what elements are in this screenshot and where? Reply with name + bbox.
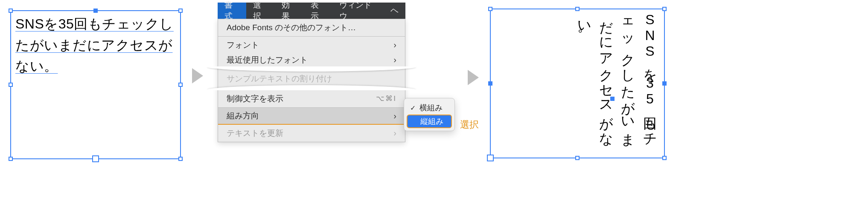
tear-edge-icon <box>207 85 416 90</box>
menu-item-label: 最近使用したフォント <box>227 54 308 66</box>
chevron-right-icon: › <box>393 128 396 138</box>
type-menu-panel: 書式 選択 効果 表示 ウィンドウ ヘ Adobe Fonts のその他のフォン… <box>218 3 405 142</box>
menu-item-label: 組み方向 <box>227 110 259 121</box>
menu-item-recent-font[interactable]: 最近使用したフォント › <box>218 54 405 66</box>
menu-item-font[interactable]: フォント › <box>218 37 405 54</box>
menu-item-adobe-fonts[interactable]: Adobe Fonts のその他のフォント… <box>218 19 405 36</box>
selection-handle[interactable] <box>575 7 580 11</box>
submenu-item-label: 縦組み <box>420 116 443 126</box>
selection-handle[interactable] <box>9 83 13 87</box>
text-content-vertical[interactable]: SNSを35回もチェックしたがいまだにアクセスがない。 <box>491 9 664 158</box>
selection-handle[interactable] <box>662 81 667 86</box>
selection-handle[interactable] <box>178 9 183 13</box>
type-menu-dropdown: Adobe Fonts のその他のフォント… フォント › 最近使用したフォント… <box>218 19 405 142</box>
text-caret <box>610 97 615 101</box>
submenu-item-label: 横組み <box>419 103 443 113</box>
text-frame-horizontal[interactable]: SNSを35回もチェックしたがいまだにアクセスがない。 <box>10 10 181 159</box>
menubar-item-window[interactable]: ウィンドウ <box>332 3 384 19</box>
text-content-horizontal[interactable]: SNSを35回もチェックしたがいまだにアクセスがない。 <box>11 11 180 80</box>
menu-shortcut: ⌥⌘I <box>376 94 396 103</box>
menu-item-update-text: テキストを更新 › <box>218 125 405 142</box>
menu-item-label: 制御文字を表示 <box>227 93 283 104</box>
selection-handle[interactable] <box>575 156 580 160</box>
selection-handle[interactable] <box>662 156 667 160</box>
menubar: 書式 選択 効果 表示 ウィンドウ ヘ <box>218 3 405 19</box>
text-outport[interactable] <box>92 155 99 162</box>
menu-hidden-text: サンプルテキストの割り付け <box>227 73 332 84</box>
checkmark-icon: ✓ <box>410 104 417 112</box>
text-outport[interactable] <box>487 155 494 161</box>
selection-handle[interactable] <box>178 83 183 87</box>
menubar-item-select[interactable]: 選択 <box>246 3 275 19</box>
selection-handle[interactable] <box>9 157 13 161</box>
menubar-item-help-partial[interactable]: ヘ <box>384 3 405 19</box>
selection-handle[interactable] <box>9 9 13 13</box>
menu-item-label: テキストを更新 <box>227 128 283 139</box>
chevron-right-icon: › <box>393 40 396 50</box>
tear-edge-icon <box>207 66 416 72</box>
direction-submenu: ✓ 横組み 縦組み <box>404 98 455 131</box>
selection-handle[interactable] <box>662 7 667 11</box>
menubar-item-type[interactable]: 書式 <box>218 3 246 19</box>
arrow-icon <box>468 70 479 85</box>
chevron-right-icon: › <box>393 111 396 121</box>
menu-item-show-hidden-chars[interactable]: 制御文字を表示 ⌥⌘I <box>218 90 405 107</box>
submenu-item-horizontal[interactable]: ✓ 横組み <box>407 101 452 115</box>
selection-handle[interactable] <box>488 81 492 86</box>
menu-item-label: Adobe Fonts のその他のフォント… <box>227 22 356 33</box>
selection-handle[interactable] <box>93 9 98 13</box>
menu-torn-section: サンプルテキストの割り付け <box>218 66 405 90</box>
menubar-item-view[interactable]: 表示 <box>304 3 332 19</box>
selection-handle[interactable] <box>488 7 492 11</box>
selection-handle[interactable] <box>178 157 183 161</box>
arrow-icon <box>192 68 203 83</box>
text-frame-vertical[interactable]: SNSを35回もチェックしたがいまだにアクセスがない。 <box>490 9 665 158</box>
menu-item-text-direction[interactable]: 組み方向 › <box>218 108 405 125</box>
submenu-item-vertical[interactable]: 縦組み <box>407 115 452 128</box>
select-annotation: 選択 <box>460 118 479 131</box>
menubar-item-effect[interactable]: 効果 <box>275 3 303 19</box>
chevron-right-icon: › <box>393 55 396 65</box>
menu-item-label: フォント <box>227 40 259 51</box>
